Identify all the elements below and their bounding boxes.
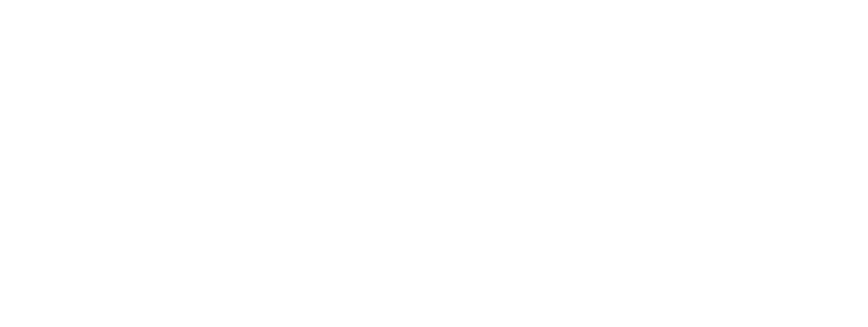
chart-plot xyxy=(0,0,868,327)
chart-container xyxy=(0,0,868,327)
